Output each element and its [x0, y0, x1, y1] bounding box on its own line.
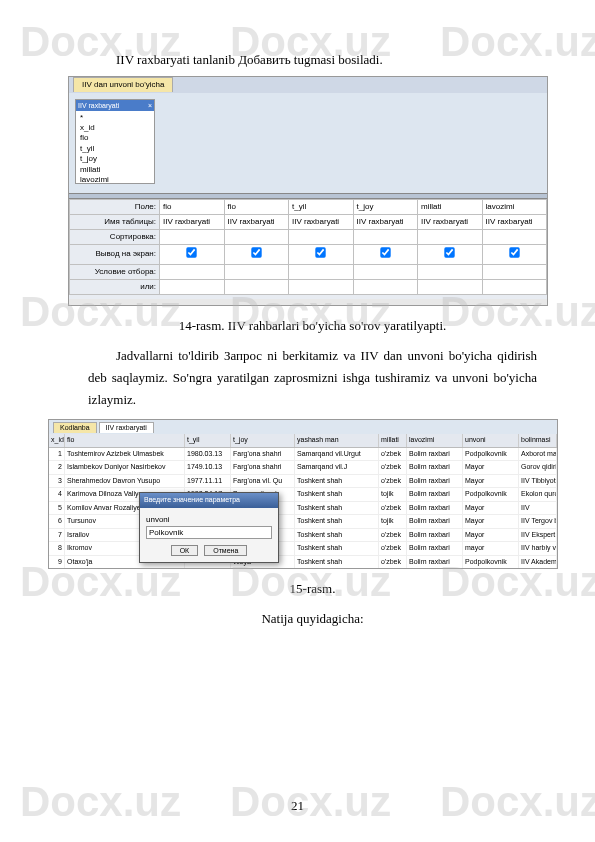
cell[interactable]: 1 [49, 448, 65, 461]
cell[interactable]: Bolim raxbari [407, 542, 463, 555]
field-item[interactable]: millati [79, 165, 151, 175]
cell[interactable]: Bolim raxbari [407, 515, 463, 528]
grid-cell-table[interactable]: IIV raxbaryati [418, 214, 483, 229]
col-header[interactable]: bolinmasi [519, 434, 557, 447]
cell[interactable]: 7 [49, 529, 65, 542]
show-checkbox[interactable] [251, 247, 261, 257]
col-header[interactable]: lavozimi [407, 434, 463, 447]
grid-cell-field[interactable]: lavozimi [482, 199, 547, 214]
cell[interactable]: Ekolon qurols [519, 488, 557, 501]
cell[interactable]: 2 [49, 461, 65, 474]
cell[interactable]: 8 [49, 542, 65, 555]
cell[interactable]: Toshkent shah [295, 475, 379, 488]
cell[interactable]: Mayor [463, 461, 519, 474]
table-field-list[interactable]: IIV raxbaryati× * x_id fio t_yil t_joy m… [75, 99, 155, 184]
show-checkbox[interactable] [316, 247, 326, 257]
field-item[interactable]: t_joy [79, 154, 151, 164]
cell[interactable]: Bolim raxbari [407, 556, 463, 569]
cell[interactable]: IIV Akademiya [519, 556, 557, 569]
table-row[interactable]: 6TursunovshahriToshkent shahtojikBolim r… [49, 515, 557, 529]
grid-cell-field[interactable]: millati [418, 199, 483, 214]
show-checkbox[interactable] [187, 247, 197, 257]
table-row[interactable]: 4Karimova Dilnoza Valiyevna1982.04.17Bux… [49, 488, 557, 502]
cell[interactable]: Mayor [463, 475, 519, 488]
col-header[interactable]: yashash man [295, 434, 379, 447]
cell[interactable]: 5 [49, 502, 65, 515]
grid-cell-criteria[interactable] [160, 264, 225, 279]
cell[interactable]: 1980.03.13 [185, 448, 231, 461]
cell[interactable]: 4 [49, 488, 65, 501]
cell[interactable]: Bolim raxbari [407, 529, 463, 542]
cell[interactable]: IIV Ekspert Ci [519, 529, 557, 542]
grid-cell-table[interactable]: IIV raxbaryati [224, 214, 289, 229]
cell[interactable]: IIV harbiy va m [519, 542, 557, 555]
cell[interactable]: 9 [49, 556, 65, 569]
cell[interactable]: Toshkent shah [295, 515, 379, 528]
table-row[interactable]: 2Islambekov Doniyor Nasirbekov1749.10.13… [49, 461, 557, 475]
cell[interactable]: Toshkent shah [295, 502, 379, 515]
col-header[interactable]: unvoni [463, 434, 519, 447]
grid-cell-or[interactable] [160, 279, 225, 294]
col-header[interactable]: t_joy [231, 434, 295, 447]
cell[interactable]: o'zbek [379, 529, 407, 542]
cell[interactable]: Podpolkovnik [463, 448, 519, 461]
cell[interactable]: o'zbek [379, 448, 407, 461]
cell[interactable]: 1977.11.11 [185, 475, 231, 488]
cell[interactable]: IIV Tibbiyot Bo [519, 475, 557, 488]
cell[interactable]: Samarqand vil.Urgut [295, 448, 379, 461]
cell[interactable]: Farg'ona vil. Qu [231, 475, 295, 488]
cell[interactable]: Bolim raxbari [407, 502, 463, 515]
cell[interactable]: Bolim raxbari [407, 475, 463, 488]
cell[interactable]: o'zbek [379, 475, 407, 488]
cell[interactable]: Bolim raxbari [407, 488, 463, 501]
query-tab[interactable]: IIV dan unvoni bo'yicha [73, 77, 173, 92]
cell[interactable]: o'zbek [379, 556, 407, 569]
cell[interactable]: o'zbek [379, 502, 407, 515]
cell[interactable]: Toshtemirov Azizbek Ulmasbek [65, 448, 185, 461]
col-header[interactable]: fio [65, 434, 185, 447]
grid-cell-field[interactable]: fio [224, 199, 289, 214]
cell[interactable]: Axborot marka [519, 448, 557, 461]
cell[interactable]: o'zbek [379, 461, 407, 474]
table-row[interactable]: 5Komilov Anvar Rozaliyevich1974.04.22Tos… [49, 502, 557, 516]
grid-cell-sort[interactable] [160, 229, 225, 244]
cell[interactable]: 6 [49, 515, 65, 528]
cell[interactable]: Toshkent shah [295, 542, 379, 555]
cell[interactable]: Podpolkovnik [463, 488, 519, 501]
query-grid[interactable]: Поле: fio fio t_yil t_joy millati lavozi… [69, 199, 547, 295]
grid-cell-table[interactable]: IIV raxbaryati [160, 214, 225, 229]
show-checkbox[interactable] [445, 247, 455, 257]
grid-cell-field[interactable]: t_joy [353, 199, 418, 214]
table-row[interactable]: 9Otaxo'javiloyaToshkent shaho'zbekBolim … [49, 556, 557, 570]
grid-cell-table[interactable]: IIV raxbaryati [353, 214, 418, 229]
field-item[interactable]: t_yil [79, 144, 151, 154]
grid-cell-table[interactable]: IIV raxbaryati [482, 214, 547, 229]
cell[interactable]: tojik [379, 488, 407, 501]
grid-cell-table[interactable]: IIV raxbaryati [289, 214, 354, 229]
grid-cell-field[interactable]: fio [160, 199, 225, 214]
table-row[interactable]: 1Toshtemirov Azizbek Ulmasbek1980.03.13F… [49, 448, 557, 462]
show-checkbox[interactable] [509, 247, 519, 257]
show-checkbox[interactable] [380, 247, 390, 257]
field-item[interactable]: x_id [79, 123, 151, 133]
cell[interactable]: Toshkent shah [295, 488, 379, 501]
cell[interactable]: Toshkent shah [295, 556, 379, 569]
cell[interactable]: Gorov qidirish [519, 461, 557, 474]
field-item[interactable]: lavozimi [79, 175, 151, 184]
cell[interactable]: Sherahmedov Davron Yusupo [65, 475, 185, 488]
cell[interactable]: 3 [49, 475, 65, 488]
cell[interactable]: Toshkent shah [295, 529, 379, 542]
field-item[interactable]: * [79, 113, 151, 123]
close-icon[interactable]: × [148, 101, 152, 110]
cell[interactable]: 1749.10.13 [185, 461, 231, 474]
cancel-button[interactable]: Отмена [204, 545, 247, 556]
tab-iiv[interactable]: IIV raxbaryati [99, 422, 154, 434]
col-header[interactable]: millati [379, 434, 407, 447]
col-header[interactable]: x_id [49, 434, 65, 447]
cell[interactable]: tojik [379, 515, 407, 528]
cell[interactable]: Farg'ona shahri [231, 461, 295, 474]
field-item[interactable]: fio [79, 133, 151, 143]
cell[interactable]: Podpolkovnik [463, 556, 519, 569]
cell[interactable]: Islambekov Doniyor Nasirbekov [65, 461, 185, 474]
cell[interactable]: Bolim raxbari [407, 461, 463, 474]
